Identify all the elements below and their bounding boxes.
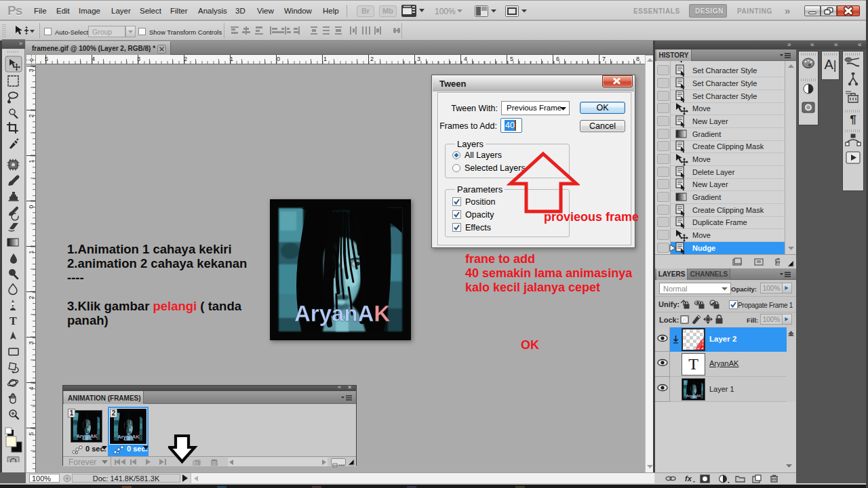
svg-text:fx: fx (685, 474, 692, 483)
svg-text:T: T (9, 315, 17, 327)
